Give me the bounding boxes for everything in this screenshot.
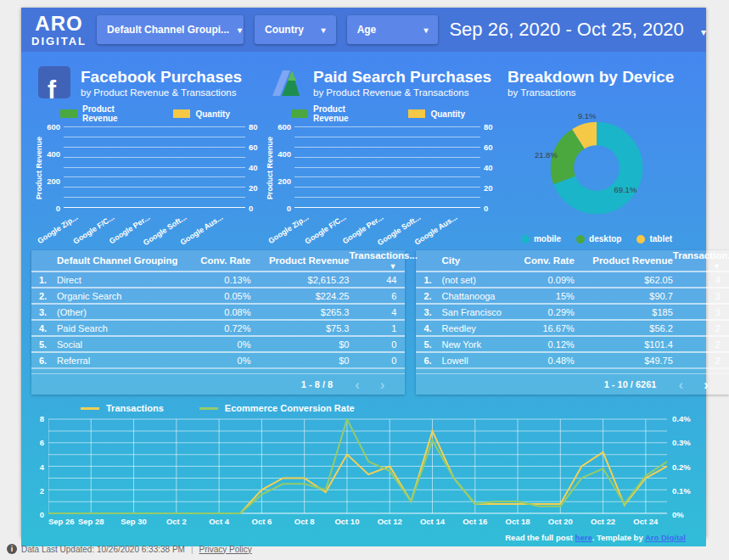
table-cell: New York bbox=[441, 339, 501, 350]
table-cell: 0.05% bbox=[177, 291, 250, 301]
paid-search-purchases-panel: Paid Search Purchases by Product Revenue… bbox=[262, 57, 497, 244]
table-cell: 0% bbox=[177, 356, 250, 366]
next-page-icon[interactable]: › bbox=[704, 378, 709, 392]
axis-tick: 0 bbox=[484, 204, 488, 213]
row-rank: 4. bbox=[31, 323, 57, 333]
timeline-panel: TransactionsEcommerce Conversion Rate 02… bbox=[31, 401, 696, 529]
table-row: 4.Reedley16.67%$56.22 bbox=[416, 319, 728, 335]
legend-label: desktop bbox=[589, 234, 621, 244]
table-cell: Chattanooga bbox=[441, 291, 501, 301]
axis-tick: 600 bbox=[47, 122, 60, 132]
x-axis-labels: Google Zip...Google F/C...Google Per...G… bbox=[294, 210, 480, 244]
column-header[interactable]: Transactions... ▼ bbox=[349, 250, 405, 271]
legend-swatch bbox=[81, 407, 99, 410]
table-cell: 4 bbox=[673, 275, 729, 285]
table-cell: . bbox=[31, 369, 306, 373]
donut-value-label: 9.1% bbox=[578, 111, 597, 120]
y-axis-title-text: Product Revenue bbox=[266, 137, 274, 199]
x-axis-label: Oct 14 bbox=[420, 517, 445, 526]
column-header[interactable]: Default Channel Grouping bbox=[57, 255, 177, 266]
table-cell: 0.09% bbox=[502, 275, 575, 285]
paid-search-panel-header: Paid Search Purchases by Product Revenue… bbox=[269, 65, 497, 99]
legend-label: Ecommerce Conversion Rate bbox=[225, 403, 355, 413]
axis-tick: 60 bbox=[484, 143, 493, 152]
device-donut-chart: 69.1%21.8%9.1% bbox=[524, 104, 669, 232]
filter-country[interactable]: Country ▾ bbox=[255, 15, 336, 44]
axis-tick: 40 bbox=[484, 163, 493, 172]
table-cell: 0.08% bbox=[177, 307, 250, 317]
date-range-picker[interactable]: Sep 26, 2020 - Oct 25, 2020 ▾ bbox=[449, 19, 706, 41]
filter-label: Age bbox=[357, 24, 377, 36]
column-header[interactable]: Product Revenue bbox=[250, 255, 349, 266]
axis-tick: 0 bbox=[56, 204, 60, 213]
table-cell: 0.29% bbox=[502, 307, 575, 317]
left-axis-ticks: 0200400600 bbox=[43, 126, 64, 208]
legend-label: mobile bbox=[534, 234, 561, 244]
table-cell: $90.7 bbox=[575, 291, 673, 301]
timeline-x-axis: Sep 26Sep 28Sep 30Oct 2Oct 4Oct 6Oct 8Oc… bbox=[48, 517, 667, 529]
column-header[interactable]: Product Revenue bbox=[575, 255, 673, 266]
table-row: 3.(Other)0.08%$265.34 bbox=[31, 303, 405, 319]
pagination-range: 1 - 10 / 6261 bbox=[604, 379, 657, 389]
row-rank: 5. bbox=[416, 339, 441, 350]
table-row: 2.Organic Search0.05%$224.256 bbox=[31, 287, 405, 303]
table-cell: Direct bbox=[57, 275, 177, 285]
donut-value-label: 21.8% bbox=[535, 150, 558, 160]
table-cell: 3 bbox=[673, 307, 729, 317]
aro-digital-link[interactable]: Aro Digital bbox=[645, 533, 686, 542]
x-axis-label: Oct 18 bbox=[506, 517, 530, 526]
y-axis-title: Product Revenue bbox=[262, 126, 274, 208]
panel-subtitle: by Product Revenue & Transactions bbox=[313, 87, 491, 98]
timeline-legend-item: Ecommerce Conversion Rate bbox=[199, 403, 355, 413]
row-rank: 2. bbox=[416, 291, 441, 301]
table-cell: $75.3 bbox=[250, 323, 349, 333]
axis-tick: 200 bbox=[278, 176, 291, 186]
legend-swatch bbox=[408, 109, 425, 118]
x-axis-label: Oct 10 bbox=[334, 517, 359, 526]
top-bar: ARO DIGITAL Default Channel Groupi... ▾ … bbox=[21, 8, 706, 52]
panel-title: Paid Search Purchases bbox=[313, 68, 491, 87]
table-cell: 44 bbox=[349, 275, 405, 285]
axis-tick: 20 bbox=[249, 183, 258, 193]
x-axis-label: Oct 16 bbox=[463, 517, 487, 526]
column-header[interactable]: Conv. Rate bbox=[177, 255, 250, 266]
filter-age[interactable]: Age ▾ bbox=[347, 15, 439, 44]
column-header[interactable]: Transaction... ▼ bbox=[673, 250, 729, 271]
column-header[interactable]: Conv. Rate bbox=[502, 255, 575, 266]
chevron-down-icon: ▾ bbox=[701, 26, 706, 38]
table-pagination: 1 - 10 / 6261‹› bbox=[416, 373, 728, 395]
next-page-icon: › bbox=[380, 378, 385, 392]
table-cell: 6 bbox=[349, 291, 405, 301]
facebook-bar-chart: Product Revenue0200400600020406080Google… bbox=[31, 123, 262, 244]
right-axis-ticks: 020406080 bbox=[480, 126, 497, 208]
axis-tick: 8 bbox=[40, 414, 44, 423]
axis-tick: 600 bbox=[278, 122, 291, 132]
x-axis-label: Oct 6 bbox=[251, 517, 272, 526]
timeline-legend: TransactionsEcommerce Conversion Rate bbox=[81, 401, 696, 415]
table-cell: $224.25 bbox=[250, 291, 349, 301]
y-axis-title-text: Product Revenue bbox=[35, 137, 43, 199]
pagination-range: 1 - 8 / 8 bbox=[301, 379, 333, 389]
prev-page-icon: ‹ bbox=[678, 378, 683, 392]
x-axis-label: Sep 30 bbox=[121, 517, 147, 526]
read-post-link[interactable]: here bbox=[575, 533, 592, 542]
legend-label: Quantity bbox=[430, 109, 465, 119]
x-axis-label: Oct 24 bbox=[633, 517, 658, 526]
logo-line2: DIGITAL bbox=[21, 36, 97, 47]
privacy-policy-link[interactable]: Privacy Policy bbox=[199, 545, 252, 554]
clipped-row: .. bbox=[31, 367, 405, 373]
bar-series bbox=[294, 126, 480, 207]
table-cell: $0 bbox=[250, 339, 349, 350]
x-axis-label: Sep 26 bbox=[48, 517, 75, 526]
donut-legend-item-desktop: desktop bbox=[576, 234, 621, 244]
axis-tick: 0% bbox=[672, 510, 684, 519]
axis-tick: 400 bbox=[278, 149, 291, 159]
panel-title: Breakdown by Device bbox=[507, 68, 674, 87]
column-header[interactable]: City bbox=[441, 255, 501, 266]
filter-default-channel-grouping[interactable]: Default Channel Groupi... ▾ bbox=[97, 15, 244, 44]
bar-plot bbox=[294, 126, 480, 208]
table-cell: $49.75 bbox=[575, 356, 673, 366]
channel-grouping-table: Default Channel GroupingConv. RateProduc… bbox=[31, 250, 405, 395]
axis-tick: 0 bbox=[40, 510, 44, 519]
bar-chart-area: Product Revenue0200400600020406080 bbox=[262, 126, 497, 208]
